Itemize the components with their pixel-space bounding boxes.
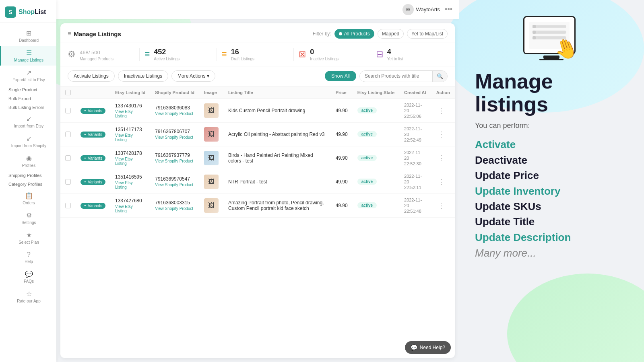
sidebar-item-category-profiles[interactable]: Category Profiles <box>0 180 56 189</box>
filter-bar: Filter by: All Products Mapped Yet to Ma… <box>313 29 448 39</box>
topbar-menu-dots[interactable]: ••• <box>445 5 452 14</box>
sidebar-item-manage-listings[interactable]: ☰ Manage Listings <box>0 46 56 66</box>
select-all-checkbox[interactable] <box>65 90 71 95</box>
sidebar-item-export-etsy[interactable]: ↗ Export/List to Etsy <box>0 66 56 85</box>
col-header-blank <box>76 86 110 99</box>
row-image-cell: 🖼 <box>199 146 223 170</box>
stat-info-inactive: 0 Inactive Listings <box>310 48 339 61</box>
variants-badge[interactable]: Variants <box>80 155 105 161</box>
filter-mapped-label: Mapped <box>382 31 399 37</box>
listing-title: Kids Custom Pencil Portrait drawing <box>228 108 305 113</box>
sidebar-item-shipping-profiles[interactable]: Shipping Profiles <box>0 171 56 180</box>
view-etsy-listing-link[interactable]: View Etsy Listing <box>115 181 145 189</box>
view-shopify-product-link[interactable]: View Shopify Product <box>155 206 194 211</box>
variants-badge[interactable]: Variants <box>80 203 105 209</box>
view-shopify-product-link[interactable]: View Shopify Product <box>155 183 194 187</box>
filter-all-products[interactable]: All Products <box>334 29 374 39</box>
sidebar-item-rate-app[interactable]: ☆ Rate our App <box>0 287 56 306</box>
show-all-button[interactable]: Show All <box>325 71 356 81</box>
row-checkbox[interactable] <box>65 132 71 137</box>
sidebar-item-import-etsy[interactable]: ↙ Import from Etsy <box>0 112 56 132</box>
filter-dot <box>339 32 342 35</box>
row-shopify-id-cell: 7916368036083 View Shopify Product <box>150 99 199 122</box>
row-price-cell: 49.90 <box>331 122 353 146</box>
sidebar-item-bulk-export[interactable]: Bulk Export <box>0 94 56 103</box>
row-checkbox-cell <box>60 170 76 193</box>
view-etsy-listing-link[interactable]: View Etsy Listing <box>115 157 145 166</box>
price: 49.90 <box>336 203 348 208</box>
row-checkbox[interactable] <box>65 203 71 208</box>
row-status-cell: active <box>353 146 399 170</box>
variants-badge[interactable]: Variants <box>80 108 105 114</box>
row-variants-cell: Variants <box>76 193 110 217</box>
variants-badge[interactable]: Variants <box>80 132 105 138</box>
row-checkbox[interactable] <box>65 108 71 113</box>
activate-listings-button[interactable]: Activate Listings <box>68 70 115 82</box>
row-created-cell: 2022-11-20 22:52:11 <box>399 170 431 193</box>
price: 49.90 <box>336 179 348 185</box>
row-status-cell: active <box>353 193 399 217</box>
row-action-menu[interactable]: ⋮ <box>436 154 446 162</box>
row-created-cell: 2022-11-20 22:55:06 <box>399 99 431 122</box>
col-header-status: Etsy Listing State <box>353 86 399 99</box>
sidebar-item-settings[interactable]: ⚙ Settings <box>0 208 56 228</box>
inactivate-listings-button[interactable]: Inactivate Listings <box>118 70 168 82</box>
sidebar-item-help[interactable]: ? Help <box>0 248 56 267</box>
export-icon: ↗ <box>26 69 31 76</box>
topbar-user[interactable]: W WaytoArts ••• <box>402 4 452 15</box>
view-etsy-listing-link[interactable]: View Etsy Listing <box>115 204 145 213</box>
need-help-button[interactable]: 💬 Need Help? <box>405 341 451 354</box>
stat-gear-icon: ⚙ <box>68 49 76 60</box>
panel-title-icon: ≡ <box>68 30 71 37</box>
row-variants-cell: Variants <box>76 99 110 122</box>
etsy-id-number: 1351416595 <box>115 174 145 180</box>
view-shopify-product-link[interactable]: View Shopify Product <box>155 111 194 116</box>
listing-title: Birds - Hand Painted Art Painting Mixed … <box>228 152 313 164</box>
row-price-cell: 49.90 <box>331 193 353 217</box>
sidebar-item-bulk-listing-errors[interactable]: Bulk Listing Errors <box>0 103 56 112</box>
view-shopify-product-link[interactable]: View Shopify Product <box>155 135 194 140</box>
status-badge: active <box>357 202 377 208</box>
shopify-id-number: 7916367806707 <box>155 129 194 134</box>
row-checkbox[interactable] <box>65 179 71 185</box>
search-input[interactable] <box>360 71 432 81</box>
action-item-update-description: Update Description <box>475 230 628 245</box>
more-actions-button[interactable]: More Actions ▾ <box>171 70 215 82</box>
sidebar-item-faqs[interactable]: 💬 FAQs <box>0 267 56 287</box>
sidebar-item-label: Dashboard <box>19 38 39 43</box>
variants-badge[interactable]: Variants <box>80 179 105 185</box>
row-action-menu[interactable]: ⋮ <box>436 177 446 186</box>
search-button[interactable]: 🔍 <box>432 71 447 82</box>
view-shopify-product-link[interactable]: View Shopify Product <box>155 159 194 163</box>
row-title-cell: Acrylic Oil painting - Abstract painting… <box>223 122 331 146</box>
row-action-menu[interactable]: ⋮ <box>436 106 446 115</box>
row-action-menu[interactable]: ⋮ <box>436 130 446 139</box>
sidebar-item-label: Manage Listings <box>14 58 43 62</box>
col-header-price: Price <box>331 86 353 99</box>
action-item-update-inventory: Update Inventory <box>475 184 628 198</box>
row-created-cell: 2022-11-20 22:51:48 <box>399 193 431 217</box>
rate-icon: ☆ <box>26 290 32 298</box>
sidebar-item-profiles[interactable]: ◉ Profiles <box>0 151 56 171</box>
row-checkbox[interactable] <box>65 155 71 161</box>
sidebar-item-dashboard[interactable]: ⊞ Dashboard <box>0 26 56 46</box>
row-title-cell: Birds - Hand Painted Art Painting Mixed … <box>223 146 331 170</box>
view-etsy-listing-link[interactable]: View Etsy Listing <box>115 133 145 142</box>
action-item-update-title: Update Title <box>475 214 628 229</box>
sidebar-nav: ⊞ Dashboard ☰ Manage Listings ↗ Export/L… <box>0 23 56 362</box>
filter-mapped[interactable]: Mapped <box>378 29 404 39</box>
filter-yet-to-map[interactable]: Yet to Map/List <box>407 29 448 39</box>
sidebar-item-single-product[interactable]: Single Product <box>0 85 56 94</box>
row-action-menu[interactable]: ⋮ <box>436 201 446 210</box>
stat-info-managed: 468/ 500 Managed Products <box>80 48 114 61</box>
row-checkbox-cell <box>60 146 76 170</box>
sidebar-logo[interactable]: S ShopList <box>0 0 56 23</box>
sidebar-item-orders[interactable]: 📋 Orders <box>0 189 56 208</box>
sidebar-item-label: Import from Shopify <box>11 144 46 148</box>
sidebar-item-import-shopify[interactable]: ↙ Import from Shopify <box>0 132 56 151</box>
shopify-id-number: 7916369970547 <box>155 176 194 182</box>
table-container: Etsy Listing Id Shopify Product Id Image… <box>60 86 455 358</box>
sidebar-item-select-plan[interactable]: ★ Select Plan <box>0 228 56 248</box>
etsy-id-number: 1337428178 <box>115 150 145 156</box>
view-etsy-listing-link[interactable]: View Etsy Listing <box>115 109 145 118</box>
